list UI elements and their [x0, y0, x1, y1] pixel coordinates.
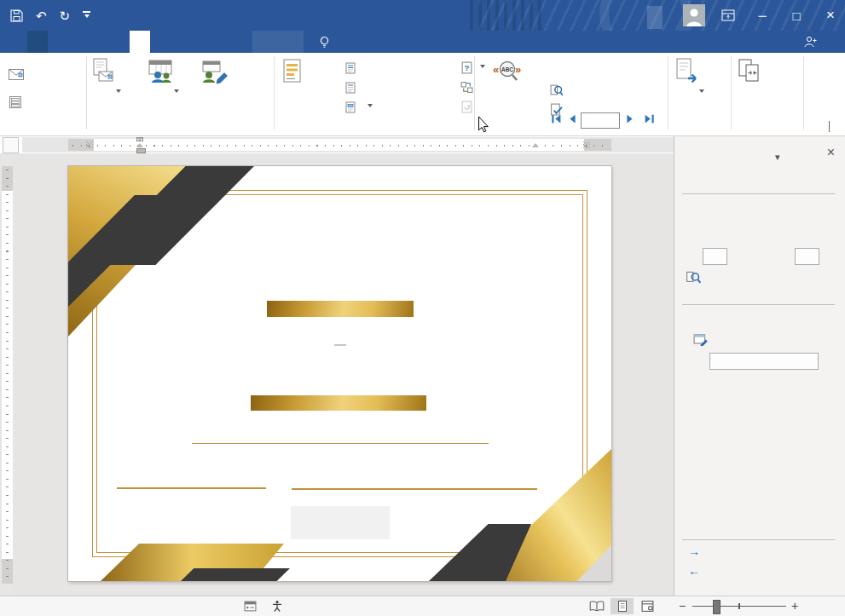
background-window-tab[interactable]	[647, 6, 663, 29]
certificate-completion-banner[interactable]	[251, 395, 426, 411]
titlebar-right: ─ □ ×	[647, 0, 845, 31]
close-button[interactable]: ×	[818, 0, 843, 31]
right-margin-hash[interactable]	[583, 141, 590, 148]
envelope-icon	[9, 69, 24, 80]
tab-mailings[interactable]	[130, 31, 150, 53]
vertical-ruler[interactable]	[2, 156, 13, 594]
print-layout-button[interactable]	[611, 598, 634, 614]
corner-ribbon-black-top-left-2	[68, 195, 181, 307]
svg-text:?: ?	[465, 63, 470, 72]
next-record-button[interactable]	[626, 113, 635, 124]
edit-recipient-list-pane-icon	[693, 333, 708, 346]
update-labels-button[interactable]	[460, 98, 473, 116]
find-recipient-button[interactable]	[550, 81, 567, 99]
address-block-button[interactable]	[344, 59, 361, 77]
corner-ribbon-gold-top-left	[68, 166, 229, 337]
pane-close-icon[interactable]: ×	[827, 145, 835, 160]
merge-to-foxit-pdf-icon	[735, 58, 800, 85]
tab-insert[interactable]	[48, 31, 68, 53]
tab-view[interactable]	[171, 31, 191, 53]
left-indent-marker[interactable]	[136, 148, 146, 153]
edit-recipient-list-button[interactable]	[201, 55, 271, 88]
previous-arrow-icon: ←	[688, 566, 700, 576]
title-bar: ↶ ↻ ─ □ ×	[0, 0, 845, 31]
tab-foxit-pdf[interactable]	[232, 31, 252, 53]
envelopes-button[interactable]	[9, 66, 28, 83]
preview-results-button[interactable]: «»ABC	[493, 55, 546, 88]
read-mode-button[interactable]	[585, 598, 608, 614]
tab-stop-selector[interactable]	[3, 137, 19, 153]
hanging-indent-marker[interactable]	[136, 143, 143, 147]
merge-to-foxit-pdf-button[interactable]	[735, 55, 800, 88]
certificate-statement-banner[interactable]	[267, 301, 414, 317]
signature-line-left	[117, 487, 266, 489]
share-person-icon	[804, 36, 818, 48]
insert-merge-field-button[interactable]	[344, 98, 373, 116]
maximize-button[interactable]: □	[784, 0, 809, 31]
edit-recipient-list-icon	[201, 58, 271, 85]
company-logo-placeholder[interactable]	[291, 506, 390, 539]
record-number-input[interactable]	[581, 112, 620, 129]
undo-icon[interactable]: ↶	[36, 9, 47, 22]
previous-record-button[interactable]	[567, 113, 576, 124]
tab-references[interactable]	[109, 31, 130, 53]
labels-button[interactable]	[9, 93, 26, 111]
tab-table-layout[interactable]	[278, 31, 298, 53]
document-page[interactable]	[68, 166, 611, 581]
redo-icon[interactable]: ↻	[60, 9, 71, 22]
previous-recipient-button[interactable]	[703, 248, 727, 265]
customize-qat-icon[interactable]	[83, 11, 90, 20]
tab-help[interactable]	[211, 31, 232, 53]
save-icon[interactable]	[10, 9, 23, 22]
match-fields-button[interactable]	[460, 78, 473, 96]
tab-table-design[interactable]	[258, 31, 278, 53]
share-button[interactable]	[799, 31, 828, 53]
zoom-in-button[interactable]: +	[791, 596, 798, 615]
chevron-down-icon	[368, 104, 373, 110]
tab-layout[interactable]	[89, 31, 109, 53]
tell-me-box[interactable]	[314, 31, 340, 53]
zoom-out-button[interactable]: −	[679, 596, 686, 615]
start-mail-merge-button[interactable]	[89, 55, 145, 99]
zoom-slider-thumb[interactable]	[713, 600, 721, 614]
select-recipients-icon	[147, 58, 203, 85]
next-recipient-button[interactable]	[795, 248, 819, 265]
lightbulb-icon	[319, 36, 330, 49]
chevron-down-icon	[174, 89, 179, 95]
tab-review[interactable]	[150, 31, 171, 53]
chevron-down-icon	[480, 65, 485, 71]
tab-developer[interactable]	[191, 31, 211, 53]
right-indent-marker[interactable]	[532, 143, 539, 147]
ribbon-display-options-icon[interactable]	[715, 0, 741, 31]
first-line-indent-marker[interactable]	[136, 137, 143, 141]
greeting-line-button[interactable]	[344, 78, 361, 96]
left-margin-hash[interactable]	[86, 141, 93, 148]
select-recipients-button[interactable]	[147, 55, 203, 99]
finish-merge-button[interactable]	[674, 55, 726, 99]
minimize-button[interactable]: ─	[750, 0, 775, 31]
tab-file[interactable]	[7, 31, 27, 53]
exclude-recipient-button[interactable]	[709, 353, 819, 370]
web-layout-button[interactable]	[636, 598, 659, 614]
check-for-errors-button[interactable]	[550, 101, 567, 118]
rules-icon: ?	[460, 61, 473, 74]
tab-home[interactable]	[27, 31, 48, 53]
user-avatar[interactable]	[683, 4, 705, 26]
document-canvas	[0, 153, 674, 596]
corner-ribbon-gold-bottom-right	[472, 449, 611, 581]
collapse-ribbon-button[interactable]	[829, 121, 830, 131]
finish-merge-icon	[674, 58, 726, 85]
ribbon: ? «»ABC	[0, 53, 845, 136]
macro-recording-icon[interactable]	[244, 601, 257, 612]
tab-design[interactable]	[68, 31, 89, 53]
address-block-icon	[344, 62, 356, 74]
last-record-button[interactable]	[644, 113, 655, 124]
insert-merge-field-icon	[344, 101, 356, 113]
update-labels-icon	[460, 101, 473, 113]
ribbon-tab-strip	[0, 31, 845, 53]
highlight-merge-fields-button[interactable]	[278, 55, 341, 88]
rules-button[interactable]: ?	[460, 59, 485, 77]
pane-menu-caret-icon[interactable]: ▾	[775, 152, 780, 163]
merge-field-nama[interactable]	[334, 344, 346, 346]
certificate-inner-border	[96, 194, 583, 553]
